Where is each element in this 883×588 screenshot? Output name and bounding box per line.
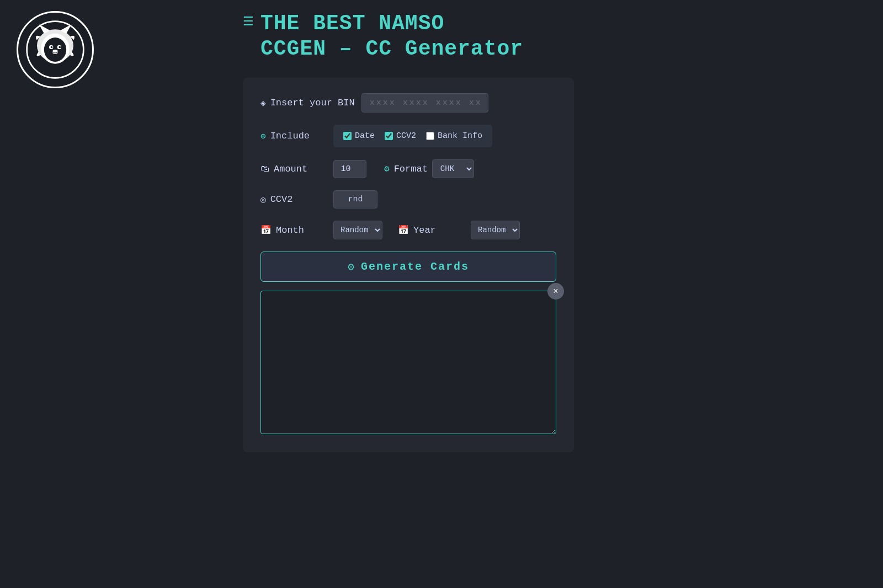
page-title: THE BEST NAMSO CCGEN – CC Generator bbox=[260, 11, 523, 61]
month-select[interactable]: Random 010203 040506 070809 101112 bbox=[333, 221, 382, 239]
date-checkbox-label[interactable]: Date bbox=[343, 131, 375, 141]
year-icon: 📅 bbox=[398, 224, 409, 236]
ccv2-row: ◎ CCV2 bbox=[260, 190, 556, 209]
hamburger-icon[interactable]: ☰ bbox=[243, 14, 254, 29]
include-label: ⊕ Include bbox=[260, 131, 327, 142]
month-label: 📅 Month bbox=[260, 224, 327, 236]
format-group: ⚙ Format CHK PIPE RAW bbox=[384, 159, 474, 178]
ccv2-checkbox-label[interactable]: CCV2 bbox=[385, 131, 416, 141]
logo-container bbox=[17, 11, 94, 88]
month-icon: 📅 bbox=[260, 224, 272, 236]
svg-point-6 bbox=[51, 46, 53, 49]
svg-point-7 bbox=[58, 46, 61, 49]
bin-label: ◈ Insert your BIN bbox=[260, 98, 355, 109]
amount-format-row: 🛍 Amount ⚙ Format CHK PIPE RAW bbox=[260, 159, 556, 178]
output-container: × bbox=[260, 291, 556, 437]
form-panel: ◈ Insert your BIN ⊕ Include Date CCV2 bbox=[243, 78, 574, 452]
include-options-box: Date CCV2 Bank Info bbox=[333, 125, 492, 147]
date-checkbox[interactable] bbox=[343, 132, 352, 140]
page-header: ☰ THE BEST NAMSO CCGEN – CC Generator bbox=[243, 11, 574, 61]
amount-icon: 🛍 bbox=[260, 164, 269, 174]
include-row: ⊕ Include Date CCV2 Bank Info bbox=[260, 125, 556, 147]
ccv2-checkbox[interactable] bbox=[385, 132, 393, 140]
ccv2-icon: ◎ bbox=[260, 194, 266, 205]
include-icon: ⊕ bbox=[260, 131, 266, 142]
bin-input[interactable] bbox=[361, 93, 488, 113]
svg-point-8 bbox=[52, 50, 57, 53]
amount-label: 🛍 Amount bbox=[260, 164, 327, 174]
year-label: 📅 Year bbox=[398, 224, 464, 236]
bankinfo-checkbox-label[interactable]: Bank Info bbox=[426, 131, 482, 141]
year-select[interactable]: Random 202420252026 202720282029 2030 bbox=[471, 221, 520, 239]
close-output-button[interactable]: × bbox=[547, 283, 564, 300]
format-icon: ⚙ bbox=[384, 163, 390, 174]
lion-logo-svg bbox=[25, 19, 86, 80]
generate-gear-icon: ⚙ bbox=[348, 260, 355, 274]
ccv2-field-label: ◎ CCV2 bbox=[260, 194, 327, 205]
logo bbox=[17, 11, 94, 88]
bankinfo-checkbox[interactable] bbox=[426, 132, 434, 140]
bin-row: ◈ Insert your BIN bbox=[260, 93, 556, 113]
ccv2-input[interactable] bbox=[333, 190, 377, 209]
bin-icon: ◈ bbox=[260, 98, 266, 109]
amount-input[interactable] bbox=[333, 160, 366, 178]
month-year-row: 📅 Month Random 010203 040506 070809 1011… bbox=[260, 221, 556, 239]
format-select[interactable]: CHK PIPE RAW bbox=[432, 159, 474, 178]
generate-cards-button[interactable]: ⚙ Generate Cards bbox=[260, 252, 556, 282]
main-content: ☰ THE BEST NAMSO CCGEN – CC Generator ◈ … bbox=[243, 11, 574, 452]
output-textarea[interactable] bbox=[260, 291, 556, 434]
